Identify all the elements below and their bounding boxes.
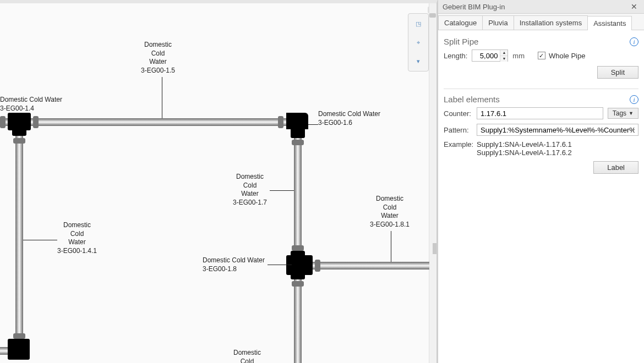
- pipe-collar: [13, 333, 25, 339]
- pipe-collar: [315, 260, 320, 272]
- pipe-fitting-elbow[interactable]: [291, 116, 305, 138]
- section-label-elements: Label elements i: [444, 95, 638, 104]
- unit-label: mm: [512, 52, 525, 60]
- pipe-label: Domestic Cold Water 3-EG00-1.6: [318, 110, 380, 127]
- pipe-label: Domestic Cold Water 3-EG00-1.8: [203, 256, 265, 273]
- pipe-label: Domestic Cold: [233, 349, 261, 363]
- pipe-segment[interactable]: [302, 262, 429, 270]
- tab-installation-systems[interactable]: Installation systems: [514, 15, 588, 30]
- chevron-down-icon: ▼: [629, 111, 634, 116]
- panel-title: Geberit BIM Plug-in: [443, 3, 629, 11]
- tabs: Catalogue Pluvia Installation systems As…: [438, 14, 644, 30]
- pattern-label: Pattern:: [444, 126, 472, 134]
- length-stepper[interactable]: ▲ ▼: [472, 50, 508, 62]
- view-toggle-icon[interactable]: ▾: [412, 54, 425, 68]
- steering-wheel-icon[interactable]: ⌖: [412, 36, 425, 49]
- label-elements-heading: Label elements: [444, 95, 500, 104]
- whole-pipe-checkbox[interactable]: ✓: [538, 52, 545, 59]
- pipe-segment[interactable]: [15, 118, 23, 355]
- pipe-collar: [278, 116, 283, 128]
- divider: [444, 89, 638, 89]
- split-button[interactable]: Split: [597, 66, 638, 79]
- pipe-label: Domestic Cold Water 3-EG00-1.4: [0, 96, 62, 113]
- leader-line: [162, 77, 162, 118]
- view-tools: ◳ ⌖ ▾: [408, 13, 429, 72]
- length-input[interactable]: [472, 50, 500, 61]
- step-down-icon[interactable]: ▼: [500, 56, 507, 62]
- close-icon[interactable]: ✕: [629, 2, 640, 11]
- pipe-label: Domestic Cold Water 3-EG00-1.8.1: [370, 195, 410, 229]
- label-button[interactable]: Label: [593, 161, 638, 174]
- tags-dropdown[interactable]: Tags ▼: [608, 108, 638, 119]
- tags-label: Tags: [613, 109, 626, 117]
- canvas-scrollbar[interactable]: [429, 3, 436, 363]
- length-label: Length:: [444, 52, 467, 60]
- counter-input[interactable]: [477, 107, 603, 119]
- pipe-collar: [292, 140, 304, 145]
- pipe-collar: [292, 281, 304, 287]
- leader-line: [270, 190, 294, 191]
- tab-catalogue[interactable]: Catalogue: [438, 15, 483, 30]
- pipe-label: Domestic Cold Water 3-EG00-1.4.1: [57, 221, 97, 255]
- pipe-label: Domestic Cold Water 3-EG00-1.7: [233, 173, 267, 207]
- leader-line: [23, 240, 57, 240]
- section-split-pipe: Split Pipe i: [444, 37, 638, 46]
- tab-assistants[interactable]: Assistants: [587, 16, 632, 30]
- scroll-arrow-up[interactable]: [429, 13, 436, 18]
- leader-line: [391, 231, 391, 262]
- view-cube-icon[interactable]: ◳: [412, 17, 425, 30]
- drawing-canvas[interactable]: ▾ ◳ ⌖ ▾: [0, 0, 438, 363]
- pipe-collar: [13, 138, 25, 144]
- split-pipe-heading: Split Pipe: [444, 37, 478, 46]
- pipe-label: Domestic Cold Water 3-EG00-1.5: [141, 41, 175, 75]
- example-label: Example:: [444, 140, 472, 148]
- pipe-segment[interactable]: [0, 118, 308, 126]
- pipe-fitting-elbow[interactable]: [8, 339, 30, 360]
- pipe-collar: [33, 116, 39, 128]
- pipe-fitting-tee[interactable]: [12, 113, 26, 136]
- plugin-panel: Geberit BIM Plug-in ✕ Catalogue Pluvia I…: [438, 0, 644, 363]
- pipe-collar: [0, 116, 6, 128]
- info-icon[interactable]: i: [630, 37, 638, 46]
- panel-body: Split Pipe i Length: ▲ ▼ mm ✓ Whole Pipe: [438, 30, 644, 363]
- pipe-segment[interactable]: [294, 124, 302, 363]
- leader-line: [308, 124, 318, 125]
- counter-label: Counter:: [444, 109, 472, 118]
- pattern-input[interactable]: [477, 124, 638, 136]
- leader-line: [268, 265, 292, 265]
- pipe-fitting-tee[interactable]: [291, 251, 305, 279]
- whole-pipe-label: Whole Pipe: [549, 52, 585, 60]
- panel-header: Geberit BIM Plug-in ✕: [438, 0, 644, 14]
- example-text-2: Supply1:SNA-LevelA-1.17.6.2: [477, 148, 638, 157]
- step-up-icon[interactable]: ▲: [500, 50, 507, 56]
- splitter-handle[interactable]: [433, 243, 437, 254]
- info-icon[interactable]: i: [630, 95, 638, 104]
- pipe-collar: [292, 245, 304, 251]
- example-text-1: Supply1:SNA-LevelA-1.17.6.1: [477, 140, 638, 148]
- tab-pluvia[interactable]: Pluvia: [482, 15, 514, 30]
